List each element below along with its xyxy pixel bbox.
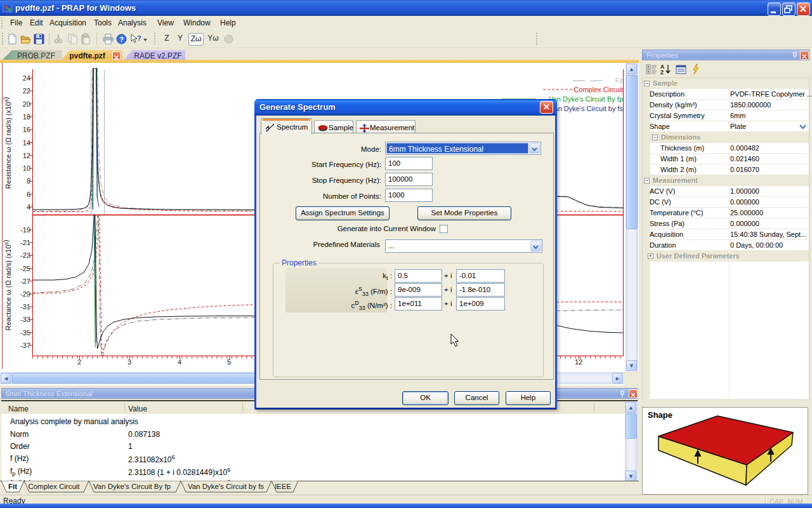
svg-text:12: 12 [575,358,582,366]
svg-text:Reactance ω (Ω rad/s) (x109): Reactance ω (Ω rad/s) (x109) [2,240,12,331]
svg-text:-29: -29 [20,290,30,298]
svg-text:-31: -31 [20,303,30,311]
svg-text:?: ? [119,36,124,43]
svg-text:-35: -35 [20,329,30,337]
svg-text:Van Dyke's Circuit by fs: Van Dyke's Circuit by fs [550,105,623,112]
svg-text:Resistance ω (Ω rad/s) (x109): Resistance ω (Ω rad/s) (x109) [2,97,12,189]
svg-text:5: 5 [227,358,231,366]
svg-text:-25: -25 [20,265,30,272]
svg-text:14: 14 [23,139,30,147]
svg-text:-19: -19 [20,226,30,234]
svg-text:-37: -37 [20,342,30,349]
svg-text:Fit: Fit [8,483,17,490]
svg-text:Shape: Shape [648,410,672,420]
svg-text:Complex Circuit: Complex Circuit [573,86,623,93]
svg-text:12: 12 [23,152,30,159]
svg-text:18: 18 [23,113,30,121]
svg-text:-27: -27 [20,277,30,285]
svg-text:-23: -23 [20,251,30,259]
svg-text:-21: -21 [20,239,30,246]
svg-text:22: 22 [23,87,30,95]
svg-text:Van Dyke's Circuit by fs: Van Dyke's Circuit by fs [188,483,264,490]
svg-text:6: 6 [27,190,30,198]
svg-text:16: 16 [23,126,30,133]
svg-text:Fit: Fit [615,77,623,84]
svg-text:Complex Circuit: Complex Circuit [28,483,80,490]
svg-text:24: 24 [23,74,30,82]
svg-text:Van Dyke's Circuit By fp: Van Dyke's Circuit By fp [549,95,623,103]
svg-text:Van Dyke's Circuit By fp: Van Dyke's Circuit By fp [93,483,171,490]
svg-text:-33: -33 [20,316,30,323]
svg-text:10: 10 [23,164,30,172]
svg-text:IEEE: IEEE [275,483,292,490]
svg-text:4: 4 [27,203,30,211]
svg-text:Z: Z [660,69,664,76]
svg-text:3: 3 [128,358,131,366]
svg-text:4: 4 [178,358,181,366]
svg-text:2: 2 [77,358,81,366]
svg-text:20: 20 [23,100,30,108]
svg-text:?: ? [137,34,141,42]
svg-text:8: 8 [27,177,30,185]
